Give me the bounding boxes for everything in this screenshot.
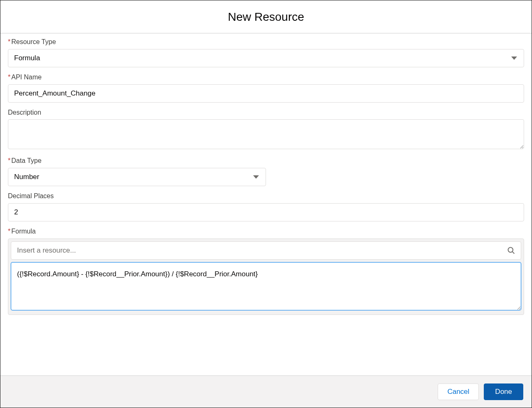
description-group: Description [8,108,524,151]
formula-label: *Formula [8,227,524,236]
done-button[interactable]: Done [484,383,523,400]
description-textarea[interactable] [8,119,524,149]
insert-resource-input[interactable] [11,241,521,260]
required-asterisk: * [8,38,10,45]
decimal-places-group: Decimal Places [8,192,524,221]
required-asterisk: * [8,74,10,81]
modal-body: *Resource Type Formula *API Name Descrip… [0,34,532,375]
resource-type-value: Formula [14,54,40,62]
required-asterisk: * [8,157,10,164]
data-type-group: *Data Type Number [8,157,524,186]
formula-resource-bar [11,241,521,260]
new-resource-modal: New Resource *Resource Type Formula *API… [0,0,532,408]
formula-editor[interactable] [11,262,521,310]
decimal-places-input[interactable] [8,203,524,221]
caret-down-icon [511,57,517,60]
resource-type-select[interactable]: Formula [8,49,524,67]
modal-header: New Resource [0,0,532,34]
formula-wrapper [8,238,524,315]
data-type-select[interactable]: Number [8,168,266,186]
api-name-label: *API Name [8,73,524,82]
modal-footer: Cancel Done [0,375,532,408]
decimal-places-label: Decimal Places [8,192,524,201]
cancel-button[interactable]: Cancel [438,383,479,400]
api-name-input[interactable] [8,84,524,103]
formula-group: *Formula [8,227,524,315]
api-name-group: *API Name [8,73,524,103]
data-type-label: *Data Type [8,157,524,165]
modal-title: New Resource [0,10,532,24]
data-type-value: Number [14,173,39,181]
caret-down-icon [253,175,259,179]
description-label: Description [8,108,524,117]
resource-type-group: *Resource Type Formula [8,38,524,67]
required-asterisk: * [8,228,10,235]
resource-type-label: *Resource Type [8,38,524,47]
